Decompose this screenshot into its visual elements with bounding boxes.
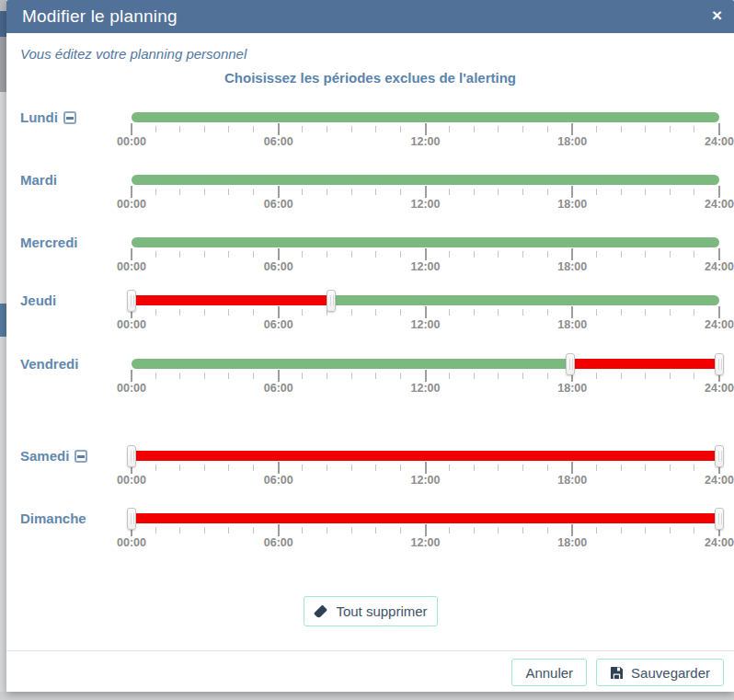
tick-mark <box>522 527 523 534</box>
tick-mark <box>571 306 573 318</box>
time-range-slider[interactable]: 00:0006:0012:0018:0024:00 <box>132 513 719 550</box>
floppy-disk-icon <box>610 666 624 680</box>
tick-mark <box>621 189 622 195</box>
tick-mark <box>253 309 254 316</box>
day-row-mardi: Mardi 00:0006:0012:0018:0024:00 <box>6 175 734 230</box>
included-period-segment[interactable] <box>331 295 719 305</box>
included-period-segment[interactable] <box>132 359 570 369</box>
slider-handle[interactable] <box>715 445 724 467</box>
tick-mark <box>204 126 205 132</box>
tick-mark <box>449 465 450 471</box>
slider-handle[interactable] <box>127 508 136 530</box>
tick-mark <box>474 373 475 379</box>
day-label: Mercredi <box>20 235 78 250</box>
save-button[interactable]: Sauvegarder <box>596 659 724 686</box>
excluded-period-segment[interactable] <box>132 513 719 523</box>
tick-mark <box>253 527 254 534</box>
tick-mark <box>645 126 646 132</box>
tick-mark <box>596 373 597 379</box>
tick-mark <box>571 462 573 474</box>
tick-mark <box>645 251 646 258</box>
tick-mark <box>375 251 376 258</box>
slider-handle[interactable] <box>127 290 136 312</box>
tick-mark <box>228 465 229 471</box>
time-range-slider[interactable]: 00:0006:0012:0018:0024:00 <box>132 237 719 274</box>
minus-square-icon[interactable] <box>63 111 76 124</box>
tick-label: 18:00 <box>557 536 587 549</box>
tick-mark <box>351 465 352 471</box>
tick-mark <box>179 251 180 258</box>
tick-mark <box>596 309 597 316</box>
save-label: Sauvegarder <box>631 665 710 681</box>
slider-handle[interactable] <box>566 353 575 375</box>
time-range-slider[interactable]: 00:0006:0012:0018:0024:00 <box>132 175 719 212</box>
slider-handle[interactable] <box>327 290 336 312</box>
slider-handle[interactable] <box>127 445 136 467</box>
tick-mark <box>179 309 180 316</box>
tick-label: 00:00 <box>117 318 146 331</box>
tick-label: 12:00 <box>411 382 441 395</box>
tick-mark <box>621 465 622 471</box>
time-range-slider[interactable]: 00:0006:0012:0018:0024:00 <box>132 295 719 332</box>
slider-handle[interactable] <box>715 508 724 530</box>
tick-mark <box>375 309 376 316</box>
tick-mark <box>522 126 523 132</box>
tick-mark <box>694 309 694 316</box>
tick-mark <box>571 524 573 536</box>
time-range-slider[interactable]: 00:0006:0012:0018:0024:00 <box>132 359 719 396</box>
tick-mark <box>547 251 548 258</box>
tick-mark <box>621 527 622 534</box>
tick-mark <box>498 527 499 534</box>
tick-mark <box>375 189 376 195</box>
tick-label: 00:00 <box>117 382 146 395</box>
cancel-button[interactable]: Annuler <box>511 659 587 686</box>
tick-mark <box>718 248 720 260</box>
tick-mark <box>621 126 622 132</box>
tick-mark <box>302 189 303 195</box>
tick-mark <box>400 126 401 132</box>
clear-all-button[interactable]: Tout supprimer <box>304 596 438 626</box>
included-period-segment[interactable] <box>132 237 719 247</box>
tick-label: 06:00 <box>264 198 293 211</box>
tick-label: 18:00 <box>557 135 587 148</box>
tick-mark <box>400 189 401 195</box>
time-range-slider[interactable]: 00:0006:0012:0018:0024:00 <box>132 451 719 488</box>
time-range-slider[interactable]: 00:0006:0012:0018:0024:00 <box>132 112 719 149</box>
tick-mark <box>694 189 694 195</box>
tick-mark <box>179 126 180 132</box>
tick-label: 12:00 <box>411 198 441 211</box>
tick-mark <box>400 251 401 258</box>
minus-square-icon[interactable] <box>75 450 87 463</box>
tick-mark <box>645 309 646 316</box>
tick-label: 24:00 <box>705 474 734 487</box>
tick-mark <box>327 465 327 471</box>
tick-label: 24:00 <box>705 260 734 273</box>
tick-mark <box>425 306 427 318</box>
tick-mark <box>621 309 622 316</box>
included-period-segment[interactable] <box>132 112 719 122</box>
excluded-period-segment[interactable] <box>570 359 719 369</box>
tick-mark <box>278 248 280 260</box>
excluded-period-segment[interactable] <box>132 295 331 305</box>
tick-mark <box>302 527 303 534</box>
included-period-segment[interactable] <box>132 175 719 185</box>
tick-mark <box>547 126 548 132</box>
tick-mark <box>204 465 205 471</box>
tick-mark <box>253 373 254 379</box>
tick-mark <box>670 465 671 471</box>
tick-mark <box>449 126 450 132</box>
tick-mark <box>400 527 401 534</box>
close-icon[interactable]: × <box>712 4 722 28</box>
tick-mark <box>327 373 327 379</box>
tick-mark <box>179 189 180 195</box>
tick-mark <box>179 465 180 471</box>
tick-mark <box>522 465 523 471</box>
tick-mark <box>228 527 229 534</box>
eraser-icon <box>313 603 328 619</box>
slider-handle[interactable] <box>715 353 724 375</box>
tick-mark <box>228 251 229 258</box>
tick-label: 12:00 <box>411 318 441 331</box>
tick-mark <box>498 373 499 379</box>
excluded-period-segment[interactable] <box>132 451 719 461</box>
tick-mark <box>228 126 229 132</box>
